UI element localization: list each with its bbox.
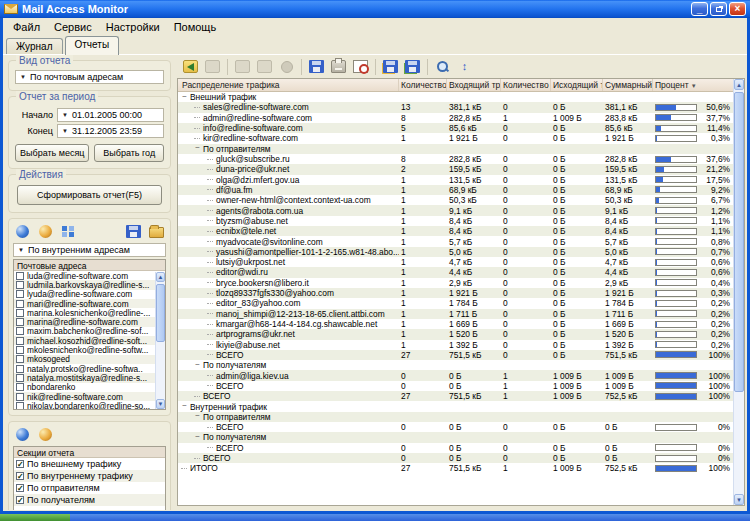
checkbox-icon[interactable] bbox=[16, 300, 24, 308]
list-item[interactable]: mkosogeed bbox=[14, 355, 165, 364]
table-row[interactable]: tlozq89337fgfs330@yahoo.com11 921 Б00 Б1… bbox=[178, 288, 733, 298]
titlebar[interactable]: Mail Access Monitor _ × bbox=[0, 0, 750, 18]
checkbox-icon[interactable] bbox=[16, 346, 24, 354]
export-data-button[interactable] bbox=[403, 58, 422, 76]
open-list-button[interactable] bbox=[147, 223, 166, 241]
table-row[interactable]: duna-price@ukr.net2159,5 кБ00 Б159,5 кБ2… bbox=[178, 164, 733, 174]
table-row[interactable]: lutsiy@ukrpost.net14,7 кБ00 Б4,7 кБ0,6% bbox=[178, 257, 733, 267]
list-item[interactable]: ✓По получателям bbox=[14, 494, 165, 506]
list-item[interactable]: nbondarenko bbox=[14, 383, 165, 392]
column-header[interactable]: Распределение трафика bbox=[178, 79, 399, 91]
table-row[interactable]: ВСЕГО27751,5 кБ00 Б751,5 кБ100% bbox=[178, 350, 733, 360]
list-item[interactable]: ✓По внешнему трафику bbox=[14, 458, 165, 470]
table-row[interactable]: ВСЕГО00 Б00 Б0 Б0% bbox=[178, 453, 733, 463]
scroll-thumb[interactable] bbox=[156, 284, 165, 342]
check-all-button[interactable] bbox=[13, 223, 32, 241]
table-row[interactable]: bryce.bookersn@libero.it12,9 кБ00 Б2,9 к… bbox=[178, 278, 733, 288]
table-row[interactable]: df@ua.fm168,9 кБ00 Б68,9 кБ9,2% bbox=[178, 185, 733, 195]
list-item[interactable]: nik@redline-software.com bbox=[14, 392, 165, 401]
table-row[interactable]: ВСЕГО27751,5 кБ11 009 Б752,5 кБ100% bbox=[178, 391, 733, 401]
list-item[interactable]: natalya.mostitskaya@redline-s... bbox=[14, 373, 165, 382]
report-type-select[interactable]: ▼ По почтовым адресам bbox=[15, 70, 164, 84]
generate-report-button[interactable]: Сформировать отчет(F5) bbox=[17, 185, 162, 205]
collapse-icon[interactable]: − bbox=[181, 94, 188, 101]
print-preview-button[interactable] bbox=[351, 58, 370, 76]
column-header[interactable]: Количество bbox=[399, 79, 447, 91]
table-row[interactable]: admin@liga.kiev.ua00 Б11 009 Б1 009 Б100… bbox=[178, 370, 733, 380]
report-nav-button[interactable] bbox=[181, 58, 200, 76]
scroll-thumb[interactable] bbox=[734, 92, 744, 392]
column-header[interactable]: Входящий тр bbox=[447, 79, 501, 91]
tab-отчеты[interactable]: Отчеты bbox=[65, 36, 120, 55]
menu-item-сервис[interactable]: Сервис bbox=[47, 20, 99, 34]
collapse-icon[interactable]: − bbox=[194, 413, 201, 420]
menu-item-помощь[interactable]: Помощь bbox=[167, 20, 224, 34]
table-row[interactable]: info@redline-software.com585,6 кБ00 Б85,… bbox=[178, 123, 733, 133]
list-item[interactable]: ludmila.barkovskaya@redline-s... bbox=[14, 280, 165, 289]
checkbox-checked-icon[interactable]: ✓ bbox=[16, 472, 24, 480]
menu-item-настройки[interactable]: Настройки bbox=[99, 20, 167, 34]
invert-selection-button[interactable] bbox=[59, 223, 78, 241]
address-filter-select[interactable]: ▼ По внутренним адресам bbox=[13, 243, 166, 257]
checkbox-checked-icon[interactable]: ✓ bbox=[16, 460, 24, 468]
start-button-sliver[interactable] bbox=[0, 514, 70, 521]
save-button[interactable] bbox=[307, 58, 326, 76]
list-item[interactable]: michael.kosozhid@redline-soft... bbox=[14, 336, 165, 345]
scroll-down-icon[interactable]: ▼ bbox=[734, 494, 744, 505]
collapse-icon[interactable]: − bbox=[194, 362, 201, 369]
list-item[interactable]: mari@redline-software.com bbox=[14, 299, 165, 308]
table-row[interactable]: agents@rabota.com.ua19,1 кБ00 Б9,1 кБ1,2… bbox=[178, 205, 733, 215]
column-header[interactable]: Количество bbox=[501, 79, 551, 91]
list-item[interactable]: ✓По отправителям bbox=[14, 482, 165, 494]
table-row[interactable]: artprograms@ukr.net11 520 Б00 Б1 520 Б0,… bbox=[178, 329, 733, 339]
addresses-scrollbar[interactable]: ▲ ▼ bbox=[155, 272, 165, 409]
checkbox-icon[interactable] bbox=[16, 365, 24, 373]
list-item[interactable]: ✓По внутреннему трафику bbox=[14, 470, 165, 482]
table-row[interactable]: manoj_shimpi@12-213-18-65.client.attbi.c… bbox=[178, 309, 733, 319]
restore-button[interactable] bbox=[710, 2, 727, 16]
minimize-button[interactable]: _ bbox=[691, 2, 708, 16]
checkbox-icon[interactable] bbox=[16, 337, 24, 345]
checkbox-icon[interactable] bbox=[16, 327, 24, 335]
table-row[interactable]: editor_83@yahoo.com11 784 Б00 Б1 784 Б0,… bbox=[178, 298, 733, 308]
column-header[interactable]: Исходящий т bbox=[551, 79, 603, 91]
tab-журнал[interactable]: Журнал bbox=[6, 38, 63, 55]
scroll-up-icon[interactable]: ▲ bbox=[734, 79, 744, 90]
checkbox-icon[interactable] bbox=[16, 393, 24, 401]
save-list-button[interactable] bbox=[124, 223, 143, 241]
table-row[interactable]: kmargar@h68-144-4-184.cg.shawcable.net11… bbox=[178, 319, 733, 329]
expand-rows-button[interactable]: ↕ bbox=[455, 58, 474, 76]
checkbox-icon[interactable] bbox=[16, 402, 24, 410]
list-item[interactable]: mkolesnichenko@redline-softw... bbox=[14, 345, 165, 354]
table-row[interactable]: gluck@subscribe.ru8282,8 кБ00 Б282,8 кБ3… bbox=[178, 154, 733, 164]
checkbox-icon[interactable] bbox=[16, 290, 24, 298]
export-button[interactable] bbox=[381, 58, 400, 76]
list-item[interactable]: nikolay.bondarenko@redline-so... bbox=[14, 401, 165, 410]
table-row[interactable]: ecnibx@tele.net18,4 кБ00 Б8,4 кБ1,1% bbox=[178, 226, 733, 236]
table-row[interactable]: lkiyie@abuse.net11 392 Б00 Б1 392 Б0,2% bbox=[178, 340, 733, 350]
checkbox-icon[interactable] bbox=[16, 272, 24, 280]
select-month-button[interactable]: Выбрать месяц bbox=[15, 144, 89, 162]
list-item[interactable]: lyuda@redline-software.com bbox=[14, 290, 165, 299]
list-item[interactable]: maxim.babchenko@redline-sof... bbox=[14, 327, 165, 336]
list-item[interactable]: marina@redline-software.com bbox=[14, 317, 165, 326]
table-scrollbar[interactable]: ▲ ▼ bbox=[733, 79, 744, 505]
checkbox-icon[interactable] bbox=[16, 355, 24, 363]
table-row[interactable]: sales@redline-software.com13381,1 кБ00 Б… bbox=[178, 102, 733, 112]
collapse-icon[interactable]: − bbox=[194, 145, 201, 152]
table-row[interactable]: admin@redline-software.com8282,8 кБ11 00… bbox=[178, 113, 733, 123]
table-row[interactable]: −По получателям bbox=[178, 360, 733, 370]
table-row[interactable]: olga@dzi.mfert.gov.ua1131,5 кБ00 Б131,5 … bbox=[178, 175, 733, 185]
table-row[interactable]: owner-new-html@context.context-ua.com150… bbox=[178, 195, 733, 205]
table-row[interactable]: btyzsm@abuse.net18,4 кБ00 Б8,4 кБ1,1% bbox=[178, 216, 733, 226]
menu-item-файл[interactable]: Файл bbox=[6, 20, 47, 34]
list-item[interactable]: luda@redline-software.com bbox=[14, 271, 165, 280]
table-row[interactable]: editor@wdi.ru14,4 кБ00 Б4,4 кБ0,6% bbox=[178, 267, 733, 277]
scroll-down-icon[interactable]: ▼ bbox=[156, 399, 165, 409]
table-row[interactable]: ВСЕГО00 Б00 Б0 Б0% bbox=[178, 422, 733, 432]
checkbox-icon[interactable] bbox=[16, 309, 24, 317]
checkbox-checked-icon[interactable]: ✓ bbox=[16, 484, 24, 492]
table-row[interactable]: −По отправителям bbox=[178, 144, 733, 154]
close-button[interactable]: × bbox=[729, 2, 746, 16]
list-item[interactable]: nataly.protsko@redline-softwa.. bbox=[14, 364, 165, 373]
